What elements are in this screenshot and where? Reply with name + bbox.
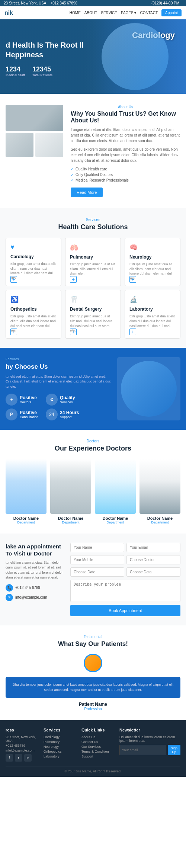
checklist-item-3: Medical Research Professionals	[71, 177, 180, 183]
appointment-form: Book Appointment	[70, 543, 180, 616]
form-row-1	[70, 543, 180, 552]
why-stat-icon: P	[6, 409, 17, 420]
facebook-icon[interactable]: f	[6, 754, 13, 762]
hero-doctor-image	[102, 23, 169, 90]
service-expand-button[interactable]: +	[70, 329, 77, 335]
footer-grid: ress 23 Street, New York, USA +012 45678…	[6, 728, 180, 762]
service-card-dental: 🦷 Dental Surgery Elitr grup justo amet d…	[65, 290, 121, 338]
footer-link-neurology[interactable]: Neurology	[44, 745, 77, 749]
read-more-button[interactable]: Read More	[71, 188, 103, 197]
doctor-name-2: Doctor Name	[50, 516, 91, 521]
doctor-select[interactable]	[126, 555, 180, 564]
orthopedics-icon: ♿	[10, 295, 57, 304]
nav-contact[interactable]: CONTACT	[140, 11, 158, 15]
service-expand-button[interactable]: +	[10, 329, 17, 335]
nav-about[interactable]: ABOUT	[84, 11, 97, 15]
checklist-item-1: Quality Health care	[71, 166, 180, 172]
about-content: About Us Why You Should Trust Us? Get Kn…	[71, 105, 180, 197]
service-desc: Elitr grup justo amet dua at elit cliarn…	[10, 262, 57, 280]
testimonial-quote: Dha dita temper juus dolor ipsum anet ka…	[12, 682, 174, 693]
patient-name: Patient Name	[6, 702, 180, 707]
doctors-section: Doctors Our Experience Doctors Doctor Na…	[0, 430, 186, 534]
doctor-name-4: Doctor Name	[140, 516, 180, 521]
hero-stat-patients: 12345 Total Patients	[32, 65, 52, 77]
services-section: Services Health Care Solutions ♥ Cardiol…	[0, 208, 186, 348]
footer-link-cardiology[interactable]: Cardiology	[44, 735, 77, 739]
date-input[interactable]	[70, 567, 124, 577]
testimonial-section-label: Testimonial	[6, 635, 180, 639]
neurology-icon: 🧠	[129, 243, 176, 252]
why-heading: hy Choose Us	[6, 363, 112, 371]
doctor-photo-4	[140, 459, 180, 514]
instagram-icon[interactable]: in	[24, 754, 32, 762]
nav-service[interactable]: SERVICE	[101, 11, 117, 15]
footer-link-about[interactable]: About Us	[81, 735, 115, 739]
why-stat-icon: ⚙	[46, 394, 58, 406]
service-desc: Elitr grup justo amet dua at elit cliarn…	[10, 314, 57, 333]
about-body1: Tungue etat retum at illa. Stam dolor ci…	[71, 127, 180, 144]
footer-link-pulmonary[interactable]: Pulmonary	[44, 740, 77, 744]
why-image	[117, 357, 180, 421]
nav-cta-button[interactable]: Appoint	[161, 9, 182, 16]
doctor-card-4: Doctor Name Department	[140, 459, 180, 524]
why-section: Features hy Choose Us tur elit sed etuum…	[0, 348, 186, 430]
service-desc: Elitr ipsum justo amet dua at elit cliar…	[129, 262, 176, 281]
about-section: About Us Why You Should Trust Us? Get Kn…	[0, 94, 186, 208]
social-icons: f t in	[6, 754, 39, 762]
why-stat-icon: +	[6, 394, 17, 406]
service-desc: Elitr grup justo amet dua at elit cliarn…	[70, 262, 116, 276]
nav-links: HOME ABOUT SERVICE PAGES ▾ CONTACT Appoi…	[70, 9, 182, 16]
footer-link-terms[interactable]: Terms & Condition	[81, 750, 115, 753]
service-title: Pulmonary	[70, 254, 116, 260]
footer-link-contact[interactable]: Contact Us	[81, 740, 115, 744]
about-image-large	[6, 105, 63, 131]
newsletter-input[interactable]	[119, 745, 166, 755]
footer-link-laboratory[interactable]: Laboratory	[44, 755, 77, 758]
doctor-card-3: Doctor Name Department	[95, 459, 136, 524]
patient-avatar	[84, 654, 102, 672]
hero-image-overlay: Cardiology	[84, 19, 186, 94]
email-input[interactable]	[126, 543, 180, 552]
footer-link-services[interactable]: Our Services	[81, 745, 115, 749]
contact-email: ✉ info@example.com	[6, 594, 65, 601]
doctor-dept-3: Department	[95, 521, 136, 524]
service-expand-button[interactable]: +	[129, 276, 136, 283]
newsletter-body: Dci amet sit dua lorem lorem et lorem ip…	[119, 735, 180, 743]
date2-input[interactable]	[126, 567, 180, 577]
problem-textarea[interactable]	[70, 580, 180, 602]
why-stat-services: ⚙ Quality Services	[46, 394, 83, 406]
doctors-header: Doctors Our Experience Doctors	[6, 439, 180, 452]
service-desc: Elitr grup justo amet dua at elit diam d…	[129, 314, 176, 328]
appointment-section: lake An Appointment To Visit ur Doctor t…	[0, 534, 186, 625]
service-title: Neurology	[129, 254, 176, 260]
service-title: Orthopedics	[10, 307, 57, 312]
site-logo[interactable]: nik	[4, 10, 13, 16]
service-card-laboratory: 🔬 Laboratory Elitr grup justo amet dua a…	[125, 290, 180, 338]
why-image-placeholder	[121, 361, 177, 417]
book-appointment-button[interactable]: Book Appointment	[70, 605, 180, 616]
service-expand-button[interactable]: +	[70, 276, 77, 283]
footer-newsletter-col: Newsletter Dci amet sit dua lorem lorem …	[119, 728, 180, 762]
newsletter-submit-button[interactable]: Sign Up	[168, 745, 180, 755]
about-body2: Sed eu ex lorem dolor sit alarn, amet du…	[71, 147, 180, 163]
navbar: nik HOME ABOUT SERVICE PAGES ▾ CONTACT A…	[0, 6, 186, 19]
laboratory-icon: 🔬	[129, 295, 176, 304]
doctor-name-1: Doctor Name	[6, 516, 46, 521]
appointment-left: lake An Appointment To Visit ur Doctor t…	[6, 543, 65, 616]
mobile-input[interactable]	[70, 555, 124, 564]
testimonial-section: Testimonial What Say Our Patients! Dha d…	[0, 625, 186, 720]
footer-link-orthopedics[interactable]: Orthopedics	[44, 750, 77, 753]
twitter-icon[interactable]: t	[15, 754, 22, 762]
topbar-hours: (0120) 44-00 PM	[151, 1, 179, 5]
about-section-label: About Us	[71, 105, 180, 109]
about-checklist: Quality Health care Only Qualified Docto…	[71, 166, 180, 183]
service-expand-button[interactable]: +	[129, 329, 136, 335]
footer-link-support[interactable]: Support	[81, 755, 115, 758]
why-body: tur elit sed etuum at ctua. Stam dolor c…	[6, 374, 112, 390]
nav-home[interactable]: HOME	[70, 11, 81, 15]
service-card-pulmonary: 🫁 Pulmonary Elitr grup justo amet dua at…	[65, 238, 121, 286]
nav-pages[interactable]: PAGES ▾	[121, 11, 137, 15]
checklist-item-2: Only Qualified Doctors	[71, 172, 180, 177]
service-expand-button[interactable]: +	[10, 276, 17, 283]
name-input[interactable]	[70, 543, 124, 552]
